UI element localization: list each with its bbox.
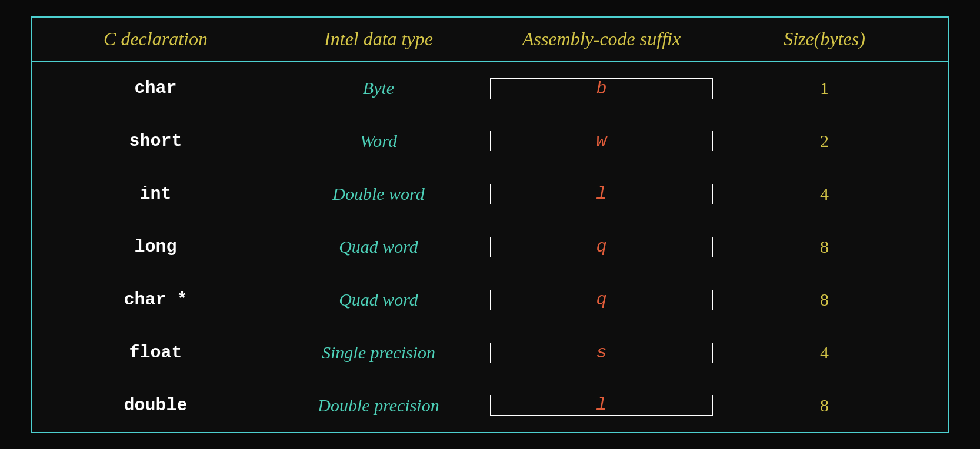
data-table: C declaration Intel data type Assembly-c…: [31, 16, 949, 433]
table-row: long Quad word q 8: [32, 220, 948, 273]
table-row: short Word w 2: [32, 115, 948, 167]
cell-declaration: char: [44, 78, 267, 98]
intel-type-value: Double precision: [318, 396, 439, 416]
intel-type-value: Quad word: [339, 237, 418, 257]
cell-declaration: float: [44, 343, 267, 363]
cell-size: 8: [713, 290, 936, 310]
declaration-value: int: [139, 184, 171, 204]
cell-size: 8: [713, 237, 936, 257]
cell-intel-type: Quad word: [267, 290, 490, 310]
size-value: 4: [820, 184, 829, 204]
cell-size: 2: [713, 131, 936, 151]
cell-declaration: char *: [44, 290, 267, 310]
declaration-value: double: [124, 396, 187, 416]
cell-intel-type: Double word: [267, 184, 490, 204]
cell-intel-type: Word: [267, 131, 490, 151]
table-row: int Double word l 4: [32, 167, 948, 220]
cell-size: 1: [713, 78, 936, 98]
cell-size: 4: [713, 184, 936, 204]
declaration-value: char: [134, 78, 176, 98]
cell-declaration: long: [44, 237, 267, 257]
size-value: 8: [820, 290, 829, 310]
declaration-value: float: [129, 343, 182, 363]
table-body: char Byte b 1 short Word w 2 int Double …: [32, 62, 948, 432]
table-row: char * Quad word q 8: [32, 273, 948, 326]
cell-suffix: q: [490, 290, 713, 310]
size-value: 4: [820, 343, 829, 363]
declaration-value: char *: [124, 290, 187, 310]
cell-suffix: l: [490, 184, 713, 204]
cell-suffix: q: [490, 237, 713, 257]
cell-suffix: s: [490, 343, 713, 363]
intel-type-value: Double word: [332, 184, 424, 204]
table-row: float Single precision s 4: [32, 326, 948, 379]
size-value: 1: [820, 78, 829, 98]
header-intel-type: Intel data type: [267, 28, 490, 50]
cell-intel-type: Single precision: [267, 343, 490, 363]
intel-type-value: Single precision: [322, 343, 435, 363]
cell-declaration: double: [44, 396, 267, 416]
intel-type-value: Byte: [363, 78, 394, 98]
intel-type-value: Quad word: [339, 290, 418, 310]
header-assembly-suffix: Assembly-code suffix: [490, 28, 713, 50]
size-value: 2: [820, 131, 829, 151]
suffix-value: b: [596, 79, 606, 99]
cell-declaration: int: [44, 184, 267, 204]
size-value: 8: [820, 396, 829, 416]
table-row: char Byte b 1: [32, 62, 948, 115]
header-c-declaration: C declaration: [44, 28, 267, 50]
suffix-value: q: [596, 237, 606, 257]
suffix-value: s: [596, 343, 606, 363]
cell-suffix: b: [490, 78, 713, 99]
table-row: double Double precision l 8: [32, 379, 948, 432]
cell-intel-type: Quad word: [267, 237, 490, 257]
cell-intel-type: Double precision: [267, 396, 490, 416]
cell-size: 4: [713, 343, 936, 363]
table-header: C declaration Intel data type Assembly-c…: [32, 18, 948, 62]
suffix-value: l: [596, 395, 606, 415]
cell-suffix: l: [490, 395, 713, 416]
size-value: 8: [820, 237, 829, 257]
cell-intel-type: Byte: [267, 78, 490, 98]
cell-declaration: short: [44, 131, 267, 151]
declaration-value: short: [129, 131, 182, 151]
suffix-value: l: [596, 184, 606, 204]
intel-type-value: Word: [360, 131, 397, 151]
cell-size: 8: [713, 396, 936, 416]
suffix-value: w: [596, 131, 606, 151]
header-size: Size(bytes): [713, 28, 936, 50]
declaration-value: long: [134, 237, 176, 257]
cell-suffix: w: [490, 131, 713, 151]
suffix-value: q: [596, 290, 606, 310]
